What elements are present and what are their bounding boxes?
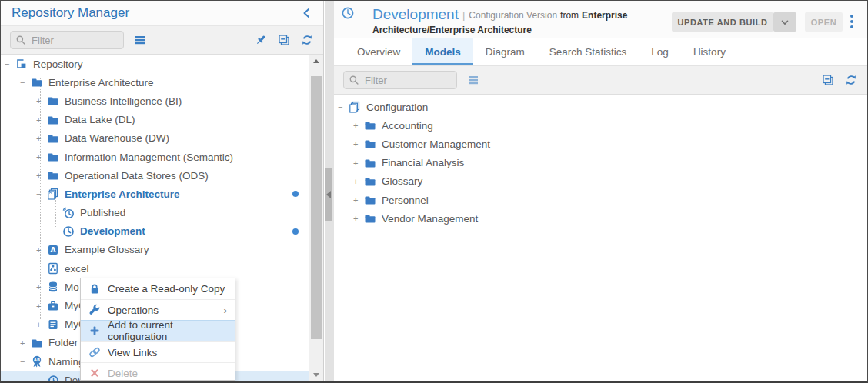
expander-icon[interactable]: + — [353, 139, 364, 148]
update-and-build-button[interactable]: UPDATE AND BUILD — [672, 12, 773, 32]
right-filter-input[interactable] — [363, 74, 440, 87]
list-menu-icon[interactable] — [465, 72, 482, 88]
expander-icon[interactable]: + — [36, 245, 47, 255]
tree-item-financial-analysis[interactable]: + Financial Analysis — [334, 154, 867, 172]
left-tree-scrollbar[interactable] — [309, 55, 323, 381]
tree-item-operational-data-stores[interactable]: + Operational Data Stores (ODS) — [1, 166, 309, 185]
expander-icon[interactable]: − — [20, 78, 31, 87]
refresh-icon[interactable] — [299, 32, 315, 48]
left-filter-toolbar — [1, 26, 323, 55]
list-menu-icon[interactable] — [132, 32, 149, 48]
tree-item-accounting[interactable]: + Accounting — [334, 116, 867, 135]
expander-icon[interactable]: + — [353, 177, 364, 186]
expander-icon[interactable]: + — [20, 338, 31, 348]
tree-item-label: Data Warehouse (DW) — [65, 132, 169, 144]
clock-history-icon — [47, 374, 62, 381]
tree-item-label: Accounting — [382, 120, 433, 132]
tree-item-configuration[interactable]: − Configuration — [334, 98, 867, 116]
collapse-all-icon[interactable] — [820, 72, 836, 88]
refresh-icon[interactable] — [843, 72, 860, 88]
tab-log[interactable]: Log — [639, 38, 681, 65]
expander-icon[interactable]: + — [36, 282, 47, 291]
right-filter-field[interactable] — [343, 71, 457, 89]
tree-item-label: Enterprise Architecture — [65, 188, 180, 200]
menu-item-label: Create a Read-only Copy — [108, 283, 225, 295]
plus-icon — [88, 325, 101, 337]
tree-item-enterprise-architecture-folder[interactable]: − Enterprise Architecture — [1, 73, 309, 92]
tree-item-example-glossary[interactable]: + A Example Glossary — [1, 241, 309, 259]
search-icon — [15, 35, 26, 45]
scroll-up-arrow[interactable] — [309, 55, 323, 67]
title-separator: | — [459, 9, 469, 21]
tree-item-excel[interactable]: excel — [1, 259, 309, 278]
database-icon — [47, 281, 62, 293]
folder-icon — [364, 157, 379, 169]
expander-icon[interactable]: − — [20, 357, 31, 366]
right-filter-toolbar — [334, 66, 867, 95]
scroll-down-arrow[interactable] — [309, 368, 323, 381]
clock-published-icon — [62, 207, 78, 219]
dropdown-chevron-icon — [780, 17, 790, 28]
tree-item-enterprise-architecture-config[interactable]: − Enterprise Architecture — [1, 185, 309, 203]
tree-item-label: Personnel — [382, 195, 429, 206]
menu-item-create-read-only-copy[interactable]: Create a Read-only Copy — [81, 278, 235, 299]
collapse-panel-icon[interactable] — [299, 5, 315, 22]
menu-item-delete[interactable]: Delete — [81, 362, 235, 381]
expander-icon[interactable]: + — [353, 195, 364, 205]
expander-icon[interactable]: + — [36, 96, 47, 105]
folder-icon — [31, 76, 46, 88]
tree-item-vendor-management[interactable]: + Vendor Management — [334, 209, 867, 228]
tree-item-personnel[interactable]: + Personnel — [334, 191, 867, 209]
config-stack-icon — [349, 101, 364, 113]
tree-item-repository[interactable]: − Repository — [1, 55, 309, 73]
tree-item-information-management[interactable]: + Information Management (Semantic) — [1, 148, 309, 166]
expander-icon[interactable]: + — [36, 134, 47, 143]
expander-icon[interactable]: − — [338, 102, 349, 112]
expander-icon[interactable]: + — [36, 320, 47, 329]
expander-icon[interactable]: − — [5, 59, 15, 68]
menu-item-operations[interactable]: Operations › — [81, 299, 235, 320]
tab-history[interactable]: History — [681, 38, 738, 65]
expander-icon[interactable]: + — [353, 214, 364, 223]
folder-icon — [47, 151, 62, 163]
expander-icon[interactable]: − — [36, 189, 47, 198]
panel-splitter[interactable] — [325, 1, 334, 381]
tree-item-label: Repository — [33, 58, 83, 70]
menu-item-view-links[interactable]: View Links — [81, 341, 235, 362]
folder-icon — [364, 194, 379, 206]
tree-item-customer-management[interactable]: + Customer Management — [334, 135, 867, 153]
menu-item-add-to-current-configuration[interactable]: Add to current configuration — [81, 320, 235, 341]
expander-icon[interactable]: + — [36, 301, 47, 311]
tree-item-data-warehouse[interactable]: + Data Warehouse (DW) — [1, 129, 309, 148]
left-filter-input[interactable] — [30, 34, 107, 47]
tree-item-development[interactable]: Development — [1, 222, 309, 241]
update-and-build-dropdown[interactable] — [773, 12, 796, 32]
tree-item-business-intelligence[interactable]: + Business Intelligence (BI) — [1, 92, 309, 110]
tab-diagram[interactable]: Diagram — [473, 38, 537, 65]
tab-overview[interactable]: Overview — [345, 38, 412, 65]
tab-models[interactable]: Models — [412, 38, 473, 65]
tree-item-label: Folder — [48, 337, 78, 348]
left-filter-field[interactable] — [10, 31, 124, 49]
delete-x-icon — [88, 367, 101, 379]
expander-icon[interactable]: + — [36, 115, 47, 125]
tree-item-label: Vendor Management — [382, 213, 478, 225]
tree-item-glossary[interactable]: + Glossary — [334, 172, 867, 191]
collapse-all-icon[interactable] — [275, 32, 292, 48]
tab-search-statistics[interactable]: Search Statistics — [537, 38, 639, 65]
expander-icon[interactable]: + — [36, 171, 47, 180]
repository-icon — [15, 58, 31, 70]
tree-item-data-lake[interactable]: + Data Lake (DL) — [1, 111, 309, 129]
splitter-handle[interactable] — [325, 168, 332, 221]
right-panel: Development|Configuration VersionfromEnt… — [334, 1, 867, 381]
menu-item-label: Delete — [108, 368, 138, 379]
tree-item-published[interactable]: Published — [1, 204, 309, 222]
kebab-menu-icon[interactable] — [846, 12, 857, 32]
expander-icon[interactable]: + — [36, 152, 47, 162]
splitter-collapse-arrow-icon — [326, 191, 331, 198]
expander-icon[interactable]: + — [353, 121, 364, 130]
scrollbar-thumb[interactable] — [311, 76, 322, 339]
pin-icon[interactable] — [252, 32, 269, 48]
open-button[interactable]: OPEN — [805, 12, 843, 32]
expander-icon[interactable]: + — [353, 158, 364, 168]
